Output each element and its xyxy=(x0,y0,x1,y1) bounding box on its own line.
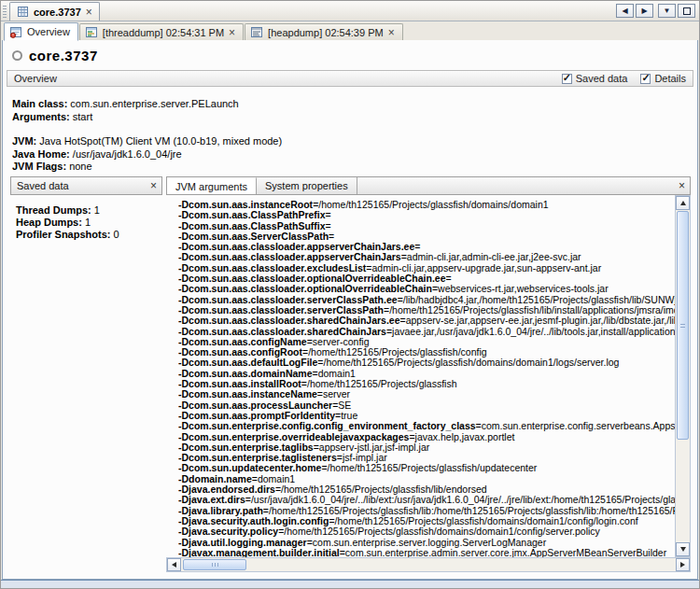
tab-threaddump-label: [threaddump] 02:54:31 PM xyxy=(103,27,224,38)
jvm-info-block: Main class: com.sun.enterprise.server.PE… xyxy=(3,87,697,174)
info-line: Java Home: /usr/java/jdk1.6.0_04/jre xyxy=(12,148,697,161)
arrow-up-icon xyxy=(680,201,686,205)
maximize-icon xyxy=(683,7,691,15)
saved-data-stats: Thread Dumps: 1Heap Dumps: 1Profiler Sna… xyxy=(10,195,162,241)
saved-data-panel-header: Saved data × xyxy=(10,176,162,195)
saved-data-toggle[interactable]: Saved data xyxy=(562,73,628,84)
scroll-down-button[interactable] xyxy=(676,542,690,556)
info-line: Arguments: start xyxy=(12,111,697,124)
tab-overview[interactable]: Overview xyxy=(4,22,78,41)
info-group: Main class: com.sun.enterprise.server.PE… xyxy=(12,98,697,123)
overview-icon xyxy=(9,26,22,38)
doc-tab-label: core.3737 xyxy=(34,7,81,18)
drag-grip[interactable] xyxy=(3,6,7,18)
tab-threaddump[interactable]: [threaddump] 02:54:31 PM × xyxy=(79,23,244,40)
jvm-argument-row: -Djavax.management.builder.initial=com.s… xyxy=(178,548,675,557)
scroll-up-button[interactable] xyxy=(676,196,690,210)
close-icon[interactable]: × xyxy=(146,181,161,190)
progress-spinner-icon xyxy=(12,50,22,61)
details-checkbox-label: Details xyxy=(654,73,686,84)
info-line: JVM: Java HotSpot(TM) Client VM (10.0-b1… xyxy=(12,135,697,148)
heapdump-icon xyxy=(250,26,263,38)
saved-data-checkbox-label: Saved data xyxy=(576,73,628,84)
overview-section-bar: Overview Saved data Details xyxy=(7,70,693,87)
tab-heapdump-label: [heapdump] 02:54:39 PM xyxy=(268,27,384,38)
close-icon[interactable]: × xyxy=(229,28,235,37)
section-title: Overview xyxy=(14,73,57,84)
vertical-scrollbar[interactable] xyxy=(675,195,691,557)
info-line: JVM Flags: none xyxy=(12,161,697,174)
doc-tab-core-3737[interactable]: core.3737 × xyxy=(9,2,100,21)
core-dump-icon xyxy=(17,6,29,18)
saved-data-panel: Saved data × Thread Dumps: 1Heap Dumps: … xyxy=(10,176,162,572)
next-tab-button[interactable]: ▶ xyxy=(636,4,653,18)
threaddump-icon xyxy=(85,26,98,38)
saved-data-panel-title: Saved data xyxy=(11,180,69,191)
close-icon[interactable]: × xyxy=(86,7,92,17)
previous-tab-button[interactable]: ◀ xyxy=(616,4,634,18)
tab-system-properties[interactable]: System properties xyxy=(257,177,357,194)
arrow-right-icon xyxy=(680,562,685,568)
details-panel-header: JVM arguments System properties × xyxy=(166,176,691,195)
window-bottom-strip xyxy=(1,580,699,588)
scroll-right-button[interactable] xyxy=(676,558,690,571)
view-tab-bar: Overview [threaddump] 02:54:31 PM × [hea… xyxy=(1,21,699,40)
document-tab-bar: core.3737 × ◀ ▶ ▼ xyxy=(1,1,699,21)
page-title: core.3737 xyxy=(29,48,98,63)
jvm-arguments-list[interactable]: -Dcom.sun.aas.instanceRoot=/home/th12516… xyxy=(166,195,675,557)
section-options: Saved data Details xyxy=(562,73,686,84)
details-toggle[interactable]: Details xyxy=(640,73,686,84)
thumb-grip-icon xyxy=(680,324,685,329)
overview-view: core.3737 Overview Saved data Details Ma… xyxy=(2,40,698,580)
application-window: core.3737 × ◀ ▶ ▼ Overview xyxy=(0,0,700,589)
stat-line: Profiler Snapshots: 0 xyxy=(16,229,162,241)
info-group: JVM: Java HotSpot(TM) Client VM (10.0-b1… xyxy=(12,135,697,174)
horizontal-scrollbar-thumb[interactable] xyxy=(183,559,246,570)
arrow-down-icon xyxy=(680,547,686,552)
saved-data-checkbox[interactable] xyxy=(562,74,572,84)
info-line: Main class: com.sun.enterprise.server.PE… xyxy=(12,98,697,111)
tab-heapdump[interactable]: [heapdump] 02:54:39 PM × xyxy=(245,23,403,40)
scroll-left-button[interactable] xyxy=(167,558,181,571)
thumb-grip-icon xyxy=(212,563,218,567)
tab-overview-label: Overview xyxy=(27,26,70,37)
horizontal-scrollbar[interactable] xyxy=(166,557,691,572)
tab-menu-button[interactable]: ▼ xyxy=(658,4,676,18)
stat-line: Thread Dumps: 1 xyxy=(16,204,162,217)
window-controls: ◀ ▶ ▼ xyxy=(616,4,695,18)
close-icon[interactable]: × xyxy=(674,181,690,190)
maximize-button[interactable] xyxy=(678,4,695,18)
details-checkbox[interactable] xyxy=(640,74,651,84)
arrow-left-icon xyxy=(172,562,176,568)
page-heading: core.3737 xyxy=(3,40,697,63)
tab-jvm-arguments[interactable]: JVM arguments xyxy=(167,177,257,194)
stat-line: Heap Dumps: 1 xyxy=(16,217,162,229)
vertical-scrollbar-thumb[interactable] xyxy=(677,211,689,440)
close-icon[interactable]: × xyxy=(388,28,395,37)
details-panel: JVM arguments System properties × -Dcom.… xyxy=(166,176,691,572)
